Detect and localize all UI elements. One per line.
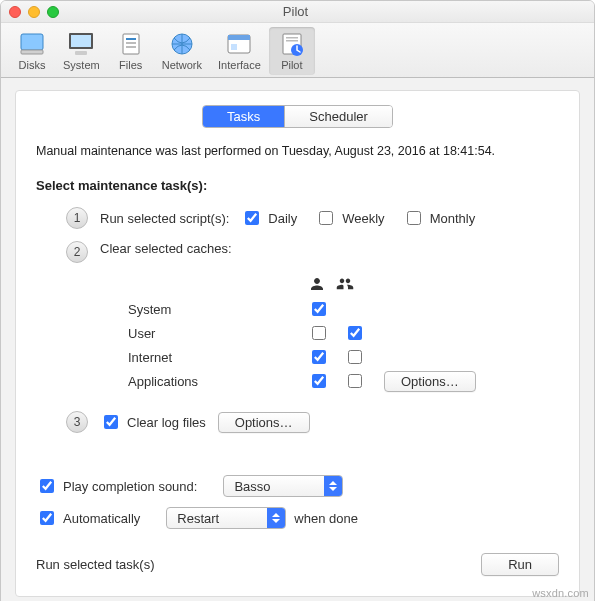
chevron-updown-icon [324,476,342,496]
footer-row: Run selected task(s) Run [36,553,559,576]
cache-apps-user-checkbox[interactable] [312,374,326,388]
step-1-label: Run selected script(s): [100,211,229,226]
svg-rect-3 [71,35,91,47]
toolbar-system[interactable]: System [55,27,108,75]
cache-label: System [128,302,298,317]
content-area: Tasks Scheduler Manual maintenance was l… [1,78,594,601]
cache-system-user-checkbox[interactable] [312,302,326,316]
step-3-badge: 3 [66,411,88,433]
cache-internet-all-checkbox[interactable] [348,350,362,364]
system-icon [66,29,96,59]
toolbar-label: Files [119,59,142,71]
sound-row: Play completion sound: Basso [36,475,559,497]
checkbox-monthly-label: Monthly [430,211,476,226]
section-title: Select maintenance task(s): [36,178,559,193]
cache-apps-options-button[interactable]: Options… [384,371,476,392]
svg-rect-0 [21,34,43,50]
toolbar-label: Interface [218,59,261,71]
checkbox-weekly-input[interactable] [319,211,333,225]
user-column-icon [308,275,326,293]
cache-row-internet: Internet [128,345,559,369]
checkbox-monthly[interactable]: Monthly [403,208,476,228]
cache-label: Applications [128,374,298,389]
window-title: Pilot [59,4,586,19]
checkbox-auto-label: Automatically [63,511,140,526]
cache-row-user: User [128,321,559,345]
network-icon [167,29,197,59]
svg-rect-14 [286,37,298,39]
auto-action-value: Restart [177,511,259,526]
toolbar-pilot[interactable]: Pilot [269,27,315,75]
tab-tasks[interactable]: Tasks [203,106,284,127]
toolbar-disks[interactable]: Disks [9,27,55,75]
checkbox-auto-input[interactable] [40,511,54,525]
checkbox-daily-label: Daily [268,211,297,226]
watermark-text: wsxdn.com [532,587,589,599]
checkbox-clear-logs-input[interactable] [104,415,118,429]
cache-label: Internet [128,350,298,365]
svg-rect-15 [286,40,298,42]
chevron-updown-icon [267,508,285,528]
cache-internet-user-checkbox[interactable] [312,350,326,364]
toolbar-files[interactable]: Files [108,27,154,75]
checkbox-daily[interactable]: Daily [241,208,297,228]
window-controls [9,6,59,18]
checkbox-sound-label: Play completion sound: [63,479,197,494]
footer-label: Run selected task(s) [36,557,155,572]
sound-popup-value: Basso [234,479,316,494]
svg-rect-8 [126,46,136,48]
all-users-column-icon [336,275,354,293]
checkbox-weekly[interactable]: Weekly [315,208,384,228]
cache-row-system: System [128,297,559,321]
auto-action-popup[interactable]: Restart [166,507,286,529]
close-icon[interactable] [9,6,21,18]
disks-icon [17,29,47,59]
cache-label: User [128,326,298,341]
step-1-row: 1 Run selected script(s): Daily Weekly M… [66,207,559,229]
checkbox-monthly-input[interactable] [407,211,421,225]
svg-rect-11 [228,35,250,40]
checkbox-auto[interactable]: Automatically [36,508,140,528]
run-button[interactable]: Run [481,553,559,576]
tab-scheduler[interactable]: Scheduler [284,106,392,127]
zoom-icon[interactable] [47,6,59,18]
svg-rect-4 [75,51,87,55]
minimize-icon[interactable] [28,6,40,18]
checkbox-daily-input[interactable] [245,211,259,225]
cache-user-user-checkbox[interactable] [312,326,326,340]
checkbox-clear-logs[interactable]: Clear log files [100,412,206,432]
sound-popup[interactable]: Basso [223,475,343,497]
cache-apps-all-checkbox[interactable] [348,374,362,388]
auto-suffix-label: when done [294,511,358,526]
cache-grid: System User Internet Applications [128,275,559,393]
svg-rect-6 [126,38,136,40]
cache-user-all-checkbox[interactable] [348,326,362,340]
checkbox-weekly-label: Weekly [342,211,384,226]
pilot-icon [277,29,307,59]
step-2-label: Clear selected caches: [100,241,232,256]
tabs-segment: Tasks Scheduler [202,105,393,128]
toolbar-interface[interactable]: Interface [210,27,269,75]
step-2-row: 2 Clear selected caches: [66,241,559,263]
svg-rect-12 [231,44,237,50]
toolbar-label: Pilot [281,59,302,71]
toolbar-network[interactable]: Network [154,27,210,75]
svg-rect-7 [126,42,136,44]
toolbar-label: Network [162,59,202,71]
clear-logs-options-button[interactable]: Options… [218,412,310,433]
app-window: Pilot Disks System Files Network [0,0,595,601]
cache-row-applications: Applications Options… [128,369,559,393]
checkbox-sound[interactable]: Play completion sound: [36,476,197,496]
interface-icon [224,29,254,59]
toolbar: Disks System Files Network Interface [1,23,594,78]
titlebar: Pilot [1,1,594,23]
checkbox-clear-logs-label: Clear log files [127,415,206,430]
toolbar-label: Disks [19,59,46,71]
step-3-row: 3 Clear log files Options… [66,411,559,433]
checkbox-sound-input[interactable] [40,479,54,493]
files-icon [116,29,146,59]
auto-row: Automatically Restart when done [36,507,559,529]
toolbar-label: System [63,59,100,71]
step-1-badge: 1 [66,207,88,229]
panel: Tasks Scheduler Manual maintenance was l… [15,90,580,597]
